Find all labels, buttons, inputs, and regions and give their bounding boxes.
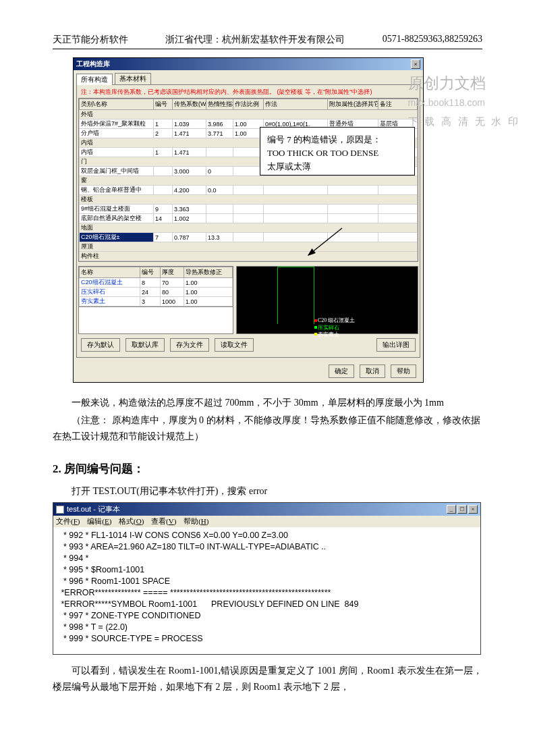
table-row[interactable]: 外墙 <box>80 110 418 119</box>
table-row[interactable]: C20细石混凝±70.78713.3 <box>80 233 418 242</box>
table-row[interactable]: 9#细石混凝土楼面93.363 <box>80 205 418 214</box>
header-left: 天正节能分析软件 <box>53 34 128 46</box>
load-default-button[interactable]: 取默认库 <box>125 338 165 352</box>
table-row[interactable]: 地面 <box>80 223 418 233</box>
paragraph-3: 打开 TEST.OUT(用记事本软件打开)，搜索 error <box>53 483 482 500</box>
minimize-icon[interactable]: _ <box>447 505 456 514</box>
table-row[interactable]: 钢、铝合金单框普通中4.2000.0 <box>80 186 418 195</box>
menu-help[interactable]: 帮助(H) <box>184 517 208 525</box>
header-center: 浙江省代理：杭州新宏基软件开发有限公司 <box>128 34 383 46</box>
table-row[interactable]: 夯实素土310001.00 <box>80 297 233 306</box>
notepad-menu[interactable]: 文件(F) 编辑(E) 格式(O) 查看(V) 帮助(H) <box>53 516 480 527</box>
button-row-1: 存为默认 取默认库 存为文件 读取文件 输出详图 <box>78 334 418 356</box>
notepad-titlebar: test.out - 记事本 _ □ × <box>53 503 480 516</box>
construction-table[interactable]: 类别\名称 编号 传热系数(W/m2·K) 热惰性指标 作法比例 作法 附加属性… <box>79 99 418 261</box>
table-row[interactable]: 屋顶 <box>80 242 418 252</box>
save-default-button[interactable]: 存为默认 <box>81 338 120 352</box>
dialog-title: 工程构造库 <box>76 59 110 69</box>
notepad-title: test.out - 记事本 <box>67 504 120 514</box>
close-icon[interactable]: × <box>468 505 478 514</box>
table-row[interactable]: 底部自然通风的架空楼141.002 <box>80 214 418 223</box>
menu-view[interactable]: 查看(V) <box>151 517 176 525</box>
header-right: 0571-88259363,88259263 <box>383 34 482 46</box>
section-preview: C20 细石混凝土 压实碎石 夯实素土 <box>236 266 418 334</box>
table-header-row: 类别\名称 编号 传热系数(W/m2·K) 热惰性指标 作法比例 作法 附加属性… <box>80 99 418 110</box>
tab-all-constructions[interactable]: 所有构造 <box>76 74 113 85</box>
paragraph-1: 一般来说，构造做法的总厚度不超过 700mm，不小于 30mm，单层材料的厚度最… <box>53 395 482 411</box>
cancel-button[interactable]: 取消 <box>360 364 385 378</box>
svg-line-0 <box>308 228 342 255</box>
table-row[interactable]: 窗 <box>80 176 418 186</box>
ok-button[interactable]: 确定 <box>329 364 354 378</box>
close-icon[interactable]: × <box>411 59 420 69</box>
dialog-titlebar: 工程构造库 × <box>74 58 423 70</box>
paragraph-4: 可以看到，错误发生在 Room1-1001,错误原因是重复定义了 1001 房间… <box>53 663 482 695</box>
notepad-window: test.out - 记事本 _ □ × 文件(F) 编辑(E) 格式(O) 查… <box>53 502 481 655</box>
warning-note: 注：本构造库传热系数，已考虑该国护结构相对应的内、外表面换热阻。 (架空楼板 等… <box>78 86 418 98</box>
callout-line2: TOO THICK OR TOO DENSE <box>267 146 407 160</box>
table-row[interactable]: 楼板 <box>80 195 418 205</box>
save-file-button[interactable]: 存为文件 <box>170 338 209 352</box>
menu-format[interactable]: 格式(O) <box>119 517 144 525</box>
menu-file[interactable]: 文件(F) <box>56 517 80 525</box>
table-row[interactable]: C20细石混凝土8701.00 <box>80 278 233 288</box>
callout-line1: 编号 7 的构造错误，原因是： <box>267 133 407 146</box>
menu-edit[interactable]: 编辑(E) <box>87 517 111 525</box>
load-file-button[interactable]: 读取文件 <box>215 338 254 352</box>
callout-arrow-icon <box>305 225 345 259</box>
error-callout: 编号 7 的构造错误，原因是： TOO THICK OR TOO DENSE 太… <box>260 127 415 176</box>
notepad-icon <box>56 506 64 514</box>
paragraph-2: （注意： 原构造库中，厚度为 0 的材料，不能修改厚度！导热系数修正值不能随意修… <box>53 412 482 445</box>
button-row-2: 确定 取消 帮助 <box>74 360 423 382</box>
construction-lib-dialog: 工程构造库 × 所有构造 基本材料 注：本构造库传热系数，已考虑该国护结构相对应… <box>73 57 424 383</box>
maximize-icon[interactable]: □ <box>457 505 467 514</box>
tab-base-materials[interactable]: 基本材料 <box>115 73 151 84</box>
detail-output-button[interactable]: 输出详图 <box>376 338 416 352</box>
help-button[interactable]: 帮助 <box>391 364 416 378</box>
tab-strip: 所有构造 基本材料 <box>74 70 423 84</box>
page-header: 天正节能分析软件 浙江省代理：杭州新宏基软件开发有限公司 0571-882593… <box>53 34 482 49</box>
material-layer-table[interactable]: 名称 编号 厚度 导热系数修正 C20细石混凝土8701.00压实碎石24801… <box>79 267 233 306</box>
table-row[interactable]: 压实碎石24801.00 <box>80 288 233 297</box>
section-heading-2: 2. 房间编号问题： <box>53 461 482 477</box>
notepad-content[interactable]: * 992 * FL1-1014 I-W CONS CONS6 X=0.00 Y… <box>53 527 480 654</box>
table-row[interactable]: 构件柱 <box>80 252 418 261</box>
callout-line3: 太厚或太薄 <box>267 160 407 173</box>
